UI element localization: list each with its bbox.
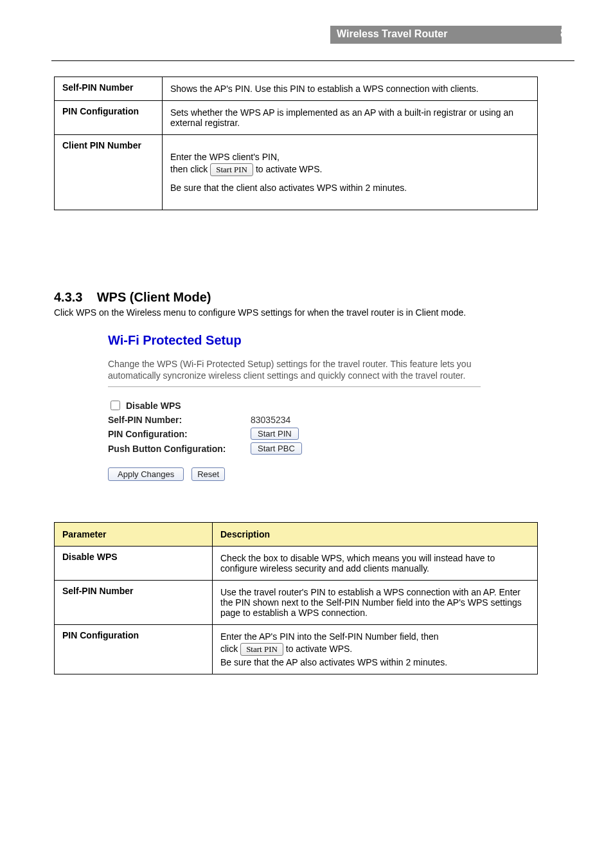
param-desc: Use the travel router's PIN to establish…	[213, 581, 538, 625]
header-rule	[51, 60, 574, 61]
desc-line: then click Start PIN to activate WPS.	[170, 163, 531, 176]
screenshot-desc: Change the WPS (Wi-Fi Protected Setup) s…	[108, 358, 481, 381]
screenshot-title: Wi-Fi Protected Setup	[108, 333, 501, 348]
desc-text: then click	[170, 164, 210, 174]
desc-line: Enter the AP's PIN into the Self-PIN Num…	[220, 631, 531, 642]
table-row: Client PIN Number Enter the WPS client's…	[55, 135, 538, 210]
section-intro: Click WPS on the Wireless menu to config…	[54, 307, 574, 318]
param-desc: Check the box to disable WPS, which mean…	[213, 547, 538, 581]
disable-wps-label: Disable WPS	[126, 401, 181, 411]
col-header-description: Description	[213, 523, 538, 547]
table-row: Disable WPS Check the box to disable WPS…	[55, 547, 538, 581]
section-heading: 4.3.3 WPS (Client Mode)	[54, 290, 574, 305]
disable-wps-checkbox[interactable]	[111, 401, 120, 410]
page-number: 82	[560, 26, 574, 41]
header-title: Wireless Travel Router	[330, 26, 454, 42]
self-pin-value: 83035234	[251, 415, 290, 425]
pbc-row: Push Button Configuration: Start PBC	[108, 442, 501, 455]
param-label: PIN Configuration	[55, 101, 163, 135]
pbc-label: Push Button Configuration:	[108, 444, 251, 454]
apply-changes-button[interactable]: Apply Changes	[108, 467, 184, 481]
param-table-top: Self-PIN Number Shows the AP's PIN. Use …	[54, 77, 538, 210]
param-label: PIN Configuration	[55, 625, 213, 674]
heading-number: 4.3.3	[54, 290, 82, 304]
param-desc: Enter the AP's PIN into the Self-PIN Num…	[213, 625, 538, 674]
desc-line: Be sure that the client also activates W…	[170, 183, 531, 193]
col-header-parameter: Parameter	[55, 523, 213, 547]
param-label: Self-PIN Number	[55, 581, 213, 625]
start-pin-button-image: Start PIN	[240, 643, 283, 656]
table-header-row: Parameter Description	[55, 523, 538, 547]
table-row: Self-PIN Number Use the travel router's …	[55, 581, 538, 625]
pin-config-row: PIN Configuration: Start PIN	[108, 428, 501, 440]
table-row: PIN Configuration Sets whether the WPS A…	[55, 101, 538, 135]
desc-line: click Start PIN to activate WPS.	[220, 643, 531, 656]
param-label: Self-PIN Number	[55, 77, 163, 101]
param-desc: Shows the AP's PIN. Use this PIN to esta…	[163, 77, 538, 101]
page-header: Wireless Travel Router 82	[51, 26, 574, 51]
header-title-bar: Wireless Travel Router	[330, 26, 562, 44]
self-pin-label: Self-PIN Number:	[108, 415, 251, 425]
param-label: Client PIN Number	[55, 135, 163, 210]
desc-text: to activate WPS.	[286, 644, 352, 654]
param-label: Disable WPS	[55, 547, 213, 581]
start-pin-button-image: Start PIN	[210, 163, 253, 176]
param-table-bottom: Parameter Description Disable WPS Check …	[54, 522, 538, 674]
screenshot-separator	[108, 386, 481, 387]
pin-config-label: PIN Configuration:	[108, 429, 251, 439]
start-pin-button[interactable]: Start PIN	[251, 428, 299, 440]
desc-line: Enter the WPS client's PIN,	[170, 152, 531, 162]
param-desc: Enter the WPS client's PIN, then click S…	[163, 135, 538, 210]
heading-text: WPS (Client Mode)	[97, 290, 211, 304]
table-row: Self-PIN Number Shows the AP's PIN. Use …	[55, 77, 538, 101]
wps-settings-screenshot: Wi-Fi Protected Setup Change the WPS (Wi…	[108, 333, 501, 481]
action-button-row: Apply Changes Reset	[108, 467, 501, 481]
desc-line: Be sure that the AP also activates WPS w…	[220, 657, 531, 667]
reset-button[interactable]: Reset	[191, 467, 225, 481]
param-desc: Sets whether the WPS AP is implemented a…	[163, 101, 538, 135]
start-pbc-button[interactable]: Start PBC	[251, 442, 302, 455]
disable-wps-row: Disable WPS	[108, 399, 501, 412]
self-pin-row: Self-PIN Number: 83035234	[108, 415, 501, 425]
table-row: PIN Configuration Enter the AP's PIN int…	[55, 625, 538, 674]
desc-text: to activate WPS.	[256, 164, 322, 174]
desc-text: click	[220, 644, 240, 654]
